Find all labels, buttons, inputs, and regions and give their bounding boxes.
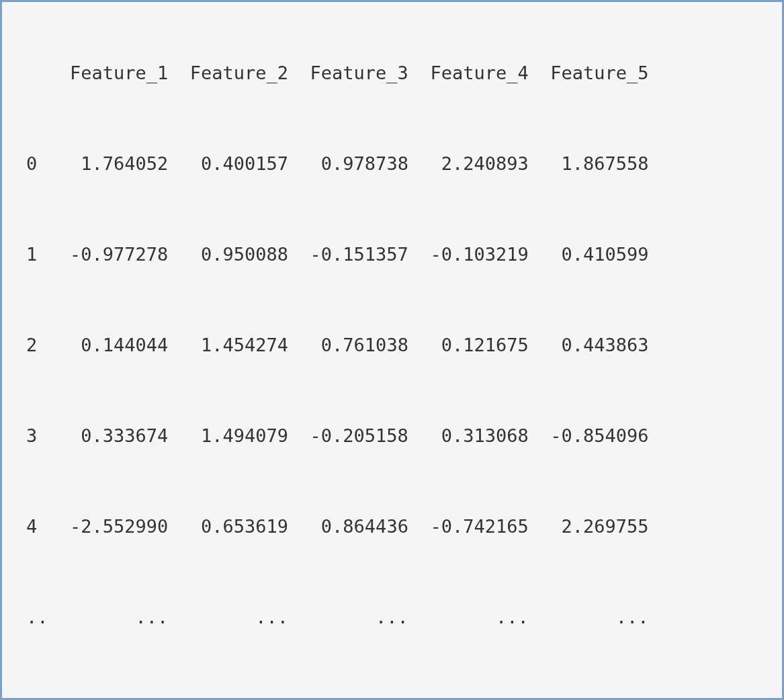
column-header: Feature_3 (288, 64, 408, 82)
column-header: Feature_1 (48, 64, 169, 82)
row-index: 2 (26, 336, 48, 354)
row-index: 4 (26, 517, 48, 535)
cell-value: ... (168, 608, 288, 626)
row-index: 3 (26, 427, 48, 445)
cell-value: -0.151357 (288, 245, 408, 263)
cell-value: 0.443863 (529, 336, 649, 354)
table-row: 1-0.9772780.950088-0.151357-0.1032190.41… (26, 245, 758, 263)
cell-value: 0.978738 (288, 155, 408, 173)
cell-value: -0.205158 (288, 427, 408, 445)
cell-value: 0.950088 (168, 245, 288, 263)
cell-value: 1.454274 (168, 336, 288, 354)
cell-value: 0.121675 (408, 336, 529, 354)
index-header-blank (26, 64, 48, 82)
column-header: Feature_5 (529, 64, 649, 82)
cell-value: 1.494079 (168, 427, 288, 445)
ellipsis-row: ................. (26, 608, 758, 626)
cell-value: 0.313068 (408, 427, 529, 445)
table-row: 20.1440441.4542740.7610380.1216750.44386… (26, 336, 758, 354)
cell-value: -2.552990 (48, 517, 169, 535)
row-index: .. (26, 608, 48, 626)
dataframe-header-row: Feature_1Feature_2Feature_3Feature_4Feat… (26, 64, 758, 82)
row-index: 1 (26, 245, 48, 263)
cell-value: -0.103219 (408, 245, 529, 263)
column-header: Feature_2 (168, 64, 288, 82)
table-row: 30.3336741.494079-0.2051580.313068-0.854… (26, 427, 758, 445)
cell-value: 0.144044 (48, 336, 169, 354)
cell-value: 0.864436 (288, 517, 408, 535)
table-row: 01.7640520.4001570.9787382.2408931.86755… (26, 155, 758, 173)
cell-value: ... (288, 608, 408, 626)
table-row: 4-2.5529900.6536190.864436-0.7421652.269… (26, 517, 758, 535)
cell-value: 2.240893 (408, 155, 529, 173)
cell-value: 1.867558 (529, 155, 649, 173)
cell-value: 0.761038 (288, 336, 408, 354)
cell-value: 0.410599 (529, 245, 649, 263)
notebook-output-cell: Feature_1Feature_2Feature_3Feature_4Feat… (0, 0, 784, 700)
cell-value: 0.333674 (48, 427, 169, 445)
cell-value: -0.742165 (408, 517, 529, 535)
cell-value: ... (529, 608, 649, 626)
cell-value: 1.764052 (48, 155, 169, 173)
cell-value: 0.400157 (168, 155, 288, 173)
cell-value: -0.977278 (48, 245, 169, 263)
cell-value: -0.854096 (529, 427, 649, 445)
cell-value: ... (48, 608, 169, 626)
cell-value: 2.269755 (529, 517, 649, 535)
column-header: Feature_4 (408, 64, 529, 82)
row-index: 0 (26, 155, 48, 173)
cell-value: 0.653619 (168, 517, 288, 535)
cell-value: ... (408, 608, 529, 626)
